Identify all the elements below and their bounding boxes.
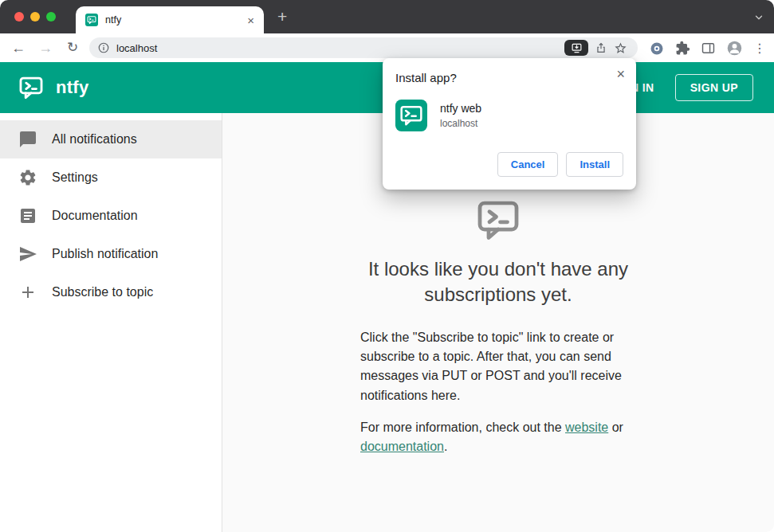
ntfy-empty-logo-icon — [473, 196, 524, 244]
install-monitor-icon — [571, 42, 583, 54]
minimize-window-button[interactable] — [30, 12, 40, 22]
address-bar[interactable]: localhost — [89, 37, 638, 58]
profile-avatar[interactable] — [726, 40, 743, 57]
send-icon — [18, 244, 37, 264]
dialog-app-row: ntfy web localhost — [395, 100, 623, 131]
side-panel-icon[interactable] — [701, 41, 716, 56]
extension-badge-icon[interactable] — [649, 41, 665, 57]
documentation-link[interactable]: documentation — [360, 440, 444, 453]
more-info-suffix: . — [444, 440, 447, 453]
website-link[interactable]: website — [565, 421, 608, 434]
install-app-button[interactable] — [564, 40, 588, 56]
sidebar-item-label: Documentation — [52, 209, 138, 223]
dialog-app-name: ntfy web — [440, 102, 481, 115]
install-app-dialog: Install app? × ntfy web localhost Cancel… — [383, 58, 636, 190]
plus-icon — [18, 283, 37, 302]
article-icon — [18, 206, 37, 225]
traffic-lights — [14, 12, 56, 22]
star-icon — [614, 41, 627, 55]
sidebar-item-label: Settings — [52, 170, 98, 185]
empty-state-more-info: For more information, check out the webs… — [360, 418, 636, 457]
back-button[interactable]: ← — [10, 39, 27, 57]
dialog-title: Install app? — [395, 71, 623, 84]
dialog-close-button[interactable]: × — [616, 66, 625, 82]
empty-state-heading: It looks like you don't have any subscri… — [360, 256, 636, 307]
ntfy-favicon-icon — [85, 14, 98, 26]
zoom-window-button[interactable] — [46, 12, 56, 22]
share-icon — [595, 41, 607, 54]
site-info-icon[interactable] — [97, 41, 110, 54]
share-button[interactable] — [595, 41, 607, 54]
sidebar-item-label: All notifications — [52, 132, 137, 147]
sidebar-item-subscribe-to-topic[interactable]: Subscribe to topic — [0, 273, 222, 311]
browser-tab-ntfy[interactable]: ntfy × — [76, 6, 264, 33]
chat-icon — [18, 130, 37, 149]
empty-state-paragraph: Click the "Subscribe to topic" link to c… — [360, 328, 636, 405]
extensions-puzzle-icon[interactable] — [675, 41, 690, 56]
browser-window: ntfy × + ← → ↻ localhost — [0, 0, 774, 532]
sidebar-item-label: Subscribe to topic — [52, 285, 153, 299]
brand-title: ntfy — [56, 77, 89, 98]
dialog-actions: Cancel Install — [395, 152, 623, 177]
dialog-app-icon — [395, 100, 427, 131]
ntfy-logo-icon — [18, 74, 45, 101]
tab-title: ntfy — [105, 14, 246, 25]
sidebar: All notifications Settings Documentation… — [0, 113, 222, 532]
sidebar-item-publish-notification[interactable]: Publish notification — [0, 235, 222, 273]
forward-button[interactable]: → — [37, 39, 54, 57]
sidebar-item-all-notifications[interactable]: All notifications — [0, 120, 222, 158]
tab-strip: ntfy × + — [0, 0, 774, 33]
sign-up-button[interactable]: SIGN UP — [675, 74, 753, 101]
more-info-middle: or — [608, 421, 623, 434]
tab-search-chevron-icon[interactable] — [753, 12, 764, 23]
tab-close-button[interactable]: × — [246, 14, 256, 27]
sidebar-item-label: Publish notification — [52, 247, 158, 261]
sidebar-item-documentation[interactable]: Documentation — [0, 197, 222, 235]
install-button[interactable]: Install — [566, 152, 623, 177]
gear-icon — [18, 168, 37, 187]
address-text: localhost — [116, 42, 564, 54]
bookmark-star-button[interactable] — [614, 41, 627, 55]
dialog-app-origin: localhost — [440, 118, 481, 129]
toolbar-right-icons: ⋮ — [649, 40, 766, 57]
new-tab-button[interactable]: + — [277, 7, 287, 26]
more-info-prefix: For more information, check out the — [360, 421, 565, 434]
close-window-button[interactable] — [14, 12, 24, 22]
browser-menu-button[interactable]: ⋮ — [753, 41, 766, 57]
cancel-button[interactable]: Cancel — [497, 152, 559, 177]
reload-button[interactable]: ↻ — [64, 39, 81, 57]
sidebar-item-settings[interactable]: Settings — [0, 158, 222, 197]
